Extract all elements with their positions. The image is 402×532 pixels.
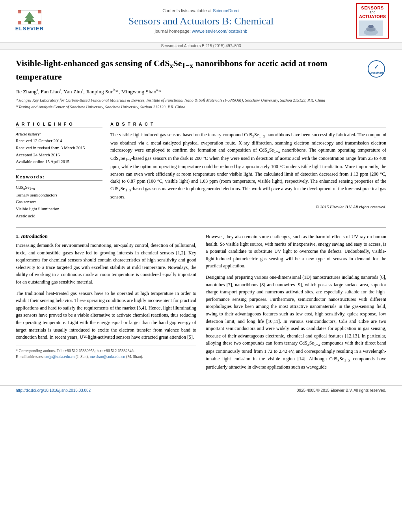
abstract-text: The visible-light-induced gas sensors ba…: [110, 131, 386, 201]
crossmark-circle: ✓ CrossMark: [368, 60, 385, 78]
svg-rect-4: [38, 10, 41, 13]
body-content: 1. Introduction Increasing demands for e…: [16, 233, 386, 374]
journal-homepage: journal homepage: www.elsevier.com/locat…: [51, 29, 351, 33]
received-date: Received 12 October 2014: [16, 137, 102, 145]
article-info-content: Article history: Received 12 October 201…: [16, 131, 102, 165]
intro-heading: 1. Introduction: [16, 233, 196, 239]
kw2: Ternary semiconductors: [16, 192, 102, 199]
sensors-logo-box: SENSORS and ACTUATORS: [356, 3, 389, 39]
footnote-area: * Corresponding authors. Tel.: +86 512 6…: [16, 345, 196, 360]
doi-link[interactable]: http://dx.doi.org/10.1016/j.snb.2015.03.…: [16, 388, 91, 393]
journal-title: Sensors and Actuators B: Chemical: [51, 15, 351, 27]
keywords-content: CdSxSe1−x Ternary semiconductors Gas sen…: [16, 184, 102, 219]
kw4: Visible light illumination: [16, 206, 102, 213]
page: ELSEVIER Contents lists available at Sci…: [0, 0, 402, 532]
intro-para3: However, they also remain some challenge…: [206, 233, 386, 270]
sensors-logo-act: ACTUATORS: [359, 14, 386, 19]
footnote-star: * Corresponding authors. Tel.: +86 512 6…: [16, 348, 196, 354]
issn-text: 0925-4005/© 2015 Elsevier B.V. All right…: [297, 388, 386, 393]
article-info-abstract-row: A R T I C L E I N F O Article history: R…: [16, 122, 386, 219]
journal-center: Contents lists available at ScienceDirec…: [51, 8, 351, 33]
svg-rect-2: [28, 21, 31, 24]
sensors-logo-top: SENSORS: [359, 6, 386, 10]
article-title-row: Visible-light-enhanced gas sensing of Cd…: [16, 57, 386, 83]
sensors-logo-image: [359, 20, 383, 36]
authors-line: Jie Zhanga, Fan Liaoa, Yan Zhua, Jianpin…: [16, 88, 386, 95]
footnote-emails: E-mail addresses: smjp@suda.edu.cn (J. S…: [16, 354, 196, 360]
journal-header: ELSEVIER Contents lists available at Sci…: [0, 0, 402, 43]
accepted-date: Accepted 24 March 2015: [16, 152, 102, 159]
divider-2: [16, 227, 386, 228]
body-col-left: 1. Introduction Increasing demands for e…: [16, 233, 196, 374]
available-date: Available online 15 April 2015: [16, 158, 102, 165]
svg-point-10: [368, 25, 374, 28]
email-jsun[interactable]: smjp@suda.edu.cn: [45, 354, 74, 359]
bottom-bar: http://dx.doi.org/10.1016/j.snb.2015.03.…: [0, 386, 402, 395]
body-col-right: However, they also remain some challenge…: [206, 233, 386, 374]
elsevier-logo: ELSEVIER: [8, 10, 51, 32]
homepage-url[interactable]: www.elsevier.com/locate/snb: [192, 29, 248, 33]
intro-para1: Increasing demands for environmental mon…: [16, 242, 196, 286]
article-info-col: A R T I C L E I N F O Article history: R…: [16, 122, 102, 219]
elsevier-tree-icon: [18, 10, 41, 24]
affiliations: ᵃ Jiangsu Key Laboratory for Carbon-Base…: [16, 98, 386, 110]
abstract-col: A B S T R A C T The visible-light-induce…: [110, 122, 386, 219]
sensors-logo-and: and: [359, 10, 386, 14]
keywords-heading: Keywords:: [16, 174, 102, 181]
abstract-heading: A B S T R A C T: [110, 122, 386, 128]
revised-date: Received in revised form 3 March 2015: [16, 145, 102, 152]
affil-a: ᵃ Jiangsu Key Laboratory for Carbon-Base…: [16, 98, 386, 104]
sciencedirect-text[interactable]: ScienceDirect: [213, 8, 240, 13]
email-mshao[interactable]: mwshao@suda.edu.cn: [90, 354, 125, 359]
intro-para2: The traditional heat-treated gas sensors…: [16, 290, 196, 341]
crossmark-logo[interactable]: ✓ CrossMark: [367, 59, 386, 79]
intro-para4: Designing and preparing various one-dime…: [206, 274, 386, 371]
article-title: Visible-light-enhanced gas sensing of Cd…: [16, 57, 367, 83]
affil-b: ᵇ Testing and Analysis Center of Soochow…: [16, 104, 386, 110]
article-info-heading: A R T I C L E I N F O: [16, 122, 102, 128]
citation-bar: Sensors and Actuators B 215 (2015) 497–5…: [0, 43, 402, 50]
history-label: Article history:: [16, 131, 102, 138]
kw5: Acetic acid: [16, 213, 102, 220]
divider-kw: [16, 169, 102, 170]
elsevier-wordmark: ELSEVIER: [15, 26, 44, 32]
copyright: © 2015 Elsevier B.V. All rights reserved…: [110, 204, 386, 209]
svg-rect-5: [18, 21, 21, 24]
svg-rect-3: [18, 10, 21, 13]
kw3: Gas sensors: [16, 198, 102, 206]
sciencedirect-link: Contents lists available at ScienceDirec…: [51, 8, 351, 13]
kw1: CdSxSe1−x: [16, 184, 102, 192]
sensors-actuators-logo: SENSORS and ACTUATORS: [351, 3, 394, 39]
main-content: Visible-light-enhanced gas sensing of Cd…: [0, 50, 402, 382]
svg-rect-6: [38, 21, 41, 24]
divider-1: [16, 116, 386, 116]
